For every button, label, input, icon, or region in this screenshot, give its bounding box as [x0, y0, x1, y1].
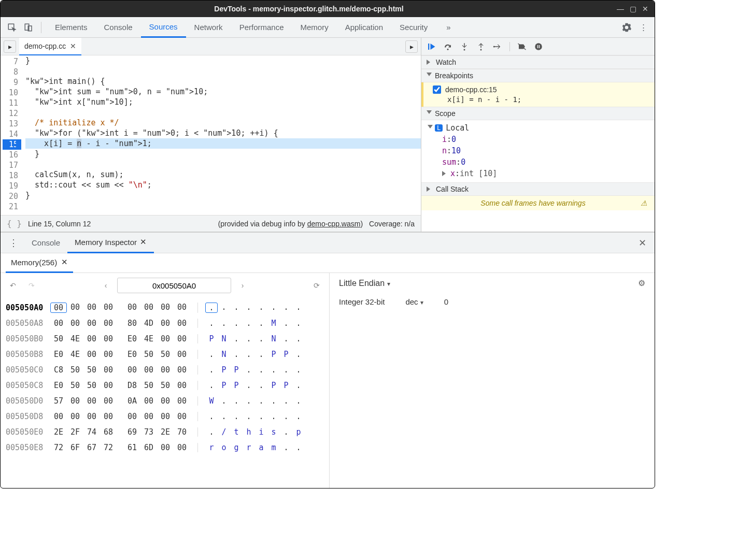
breakpoint-item[interactable]: demo-cpp.cc:15 x[i] = n - i - 1; — [421, 82, 655, 107]
section-scope[interactable]: Scope — [421, 107, 655, 120]
inspect-element-icon[interactable] — [5, 20, 19, 35]
drawer-tab-console[interactable]: Console — [24, 233, 67, 253]
tab-application[interactable]: Application — [337, 17, 391, 38]
drawer-tab-memory-inspector[interactable]: Memory Inspector ✕ — [67, 233, 154, 253]
code-editor[interactable]: 789101112131415161718192021 }"kw">int ma… — [1, 55, 421, 215]
hex-row[interactable]: 005050A800000000804D0000.....M.. — [6, 315, 324, 331]
value-display: 0 — [444, 297, 448, 306]
debugger-toggle-icon[interactable]: ▸ — [405, 40, 418, 53]
callstack-warning: Some call frames have warnings⚠ — [421, 196, 655, 210]
undo-icon[interactable]: ↶ — [6, 278, 20, 293]
kebab-menu-icon[interactable]: ⋮ — [636, 20, 650, 35]
value-settings-icon[interactable]: ⚙ — [638, 278, 645, 288]
navigator-toggle-icon[interactable]: ▸ — [4, 40, 16, 53]
hex-row[interactable]: 005050A00000000000000000........ — [6, 300, 324, 315]
value-base-selector[interactable]: dec ▾ — [405, 297, 423, 306]
scope-var[interactable]: n: 10 — [442, 145, 655, 156]
minimize-icon[interactable]: — — [616, 5, 625, 13]
drawer-kebab-icon[interactable]: ⋮ — [5, 237, 22, 249]
pause-on-exception-icon[interactable] — [534, 42, 543, 51]
tab-network[interactable]: Network — [186, 17, 231, 38]
device-toggle-icon[interactable] — [21, 20, 36, 35]
memory-tab[interactable]: Memory(256)✕ — [6, 253, 73, 273]
tab-security[interactable]: Security — [391, 17, 436, 38]
window-titlebar: DevTools - memory-inspector.glitch.me/de… — [1, 1, 655, 17]
svg-rect-3 — [428, 44, 429, 50]
hex-row[interactable]: 005050B0504E0000E04E0000PN...N.. — [6, 331, 324, 347]
step-icon[interactable] — [493, 42, 502, 51]
editor-tabs: ▸ demo-cpp.cc ✕ ▸ — [1, 38, 421, 55]
hex-row[interactable]: 005050E02E2F746869732E70./this.p — [6, 424, 324, 440]
window-title: DevTools - memory-inspector.glitch.me/de… — [6, 5, 612, 13]
svg-point-8 — [535, 43, 542, 50]
tab-sources[interactable]: Sources — [141, 17, 186, 38]
step-into-icon[interactable] — [460, 42, 469, 51]
editor-status-bar: { } Line 15, Column 12 (provided via deb… — [1, 215, 421, 232]
tab-memory[interactable]: Memory — [292, 17, 337, 38]
pretty-print-icon[interactable]: { } — [7, 219, 22, 228]
main-toolbar: ElementsConsoleSourcesNetworkPerformance… — [1, 17, 655, 38]
tab-overflow-icon[interactable]: » — [438, 17, 459, 38]
svg-rect-10 — [539, 45, 540, 48]
hex-row[interactable]: 005050C0C850500000000000.PP..... — [6, 362, 324, 378]
step-over-icon[interactable] — [443, 42, 452, 51]
section-watch[interactable]: Watch — [421, 55, 655, 69]
svg-point-6 — [480, 49, 482, 50]
section-callstack[interactable]: Call Stack — [421, 182, 655, 196]
tab-console[interactable]: Console — [96, 17, 141, 38]
debugger-pane: Watch Breakpoints demo-cpp.cc:15 x[i] = … — [421, 38, 655, 232]
scope-var[interactable]: sum: 0 — [442, 156, 655, 168]
hex-row[interactable]: 005050E8726F6772616D0000rogram.. — [6, 440, 324, 455]
close-drawer-tab-icon[interactable]: ✕ — [140, 237, 147, 247]
value-type-label: Integer 32-bit — [339, 297, 385, 306]
warning-icon: ⚠ — [641, 199, 647, 207]
page-forward-icon[interactable]: › — [235, 278, 250, 293]
maximize-icon[interactable]: ▢ — [629, 5, 637, 13]
resume-icon[interactable] — [427, 42, 436, 51]
svg-point-7 — [493, 46, 495, 47]
svg-point-4 — [447, 48, 449, 50]
close-memory-tab-icon[interactable]: ✕ — [61, 257, 68, 267]
tab-elements[interactable]: Elements — [47, 17, 96, 38]
breakpoint-checkbox[interactable] — [433, 85, 441, 94]
svg-rect-9 — [537, 45, 539, 48]
drawer-close-icon[interactable]: ✕ — [634, 237, 650, 249]
hex-viewer[interactable]: 005050A00000000000000000........005050A8… — [1, 298, 329, 488]
scope-var[interactable]: x: int [10] — [442, 168, 655, 179]
hex-row[interactable]: 005050D80000000000000000........ — [6, 409, 324, 424]
close-file-icon[interactable]: ✕ — [70, 42, 76, 50]
settings-icon[interactable] — [619, 20, 634, 35]
endian-selector[interactable]: Little Endian ▾ — [339, 279, 390, 288]
redo-icon[interactable]: ↷ — [24, 278, 39, 293]
wasm-source-link[interactable]: demo-cpp.wasm — [307, 220, 361, 228]
file-tab[interactable]: demo-cpp.cc ✕ — [19, 38, 81, 55]
hex-row[interactable]: 005050B8E04E0000E0505000.N...PP. — [6, 347, 324, 362]
svg-point-5 — [464, 49, 465, 50]
scope-var[interactable]: i: 0 — [442, 134, 655, 145]
close-icon[interactable]: ✕ — [641, 5, 649, 13]
refresh-icon[interactable]: ⟳ — [309, 278, 324, 293]
tab-performance[interactable]: Performance — [231, 17, 292, 38]
deactivate-breakpoints-icon[interactable] — [517, 42, 527, 51]
page-back-icon[interactable]: ‹ — [98, 278, 113, 293]
drawer-tabs: ⋮ ConsoleMemory Inspector ✕ ✕ — [1, 233, 655, 253]
hex-row[interactable]: 005050C8E0505000D8505000.PP..PP. — [6, 378, 324, 393]
address-input[interactable] — [117, 278, 231, 293]
hex-row[interactable]: 005050D0570000000A000000W....... — [6, 393, 324, 409]
section-breakpoints[interactable]: Breakpoints — [421, 69, 655, 82]
step-out-icon[interactable] — [476, 42, 486, 51]
